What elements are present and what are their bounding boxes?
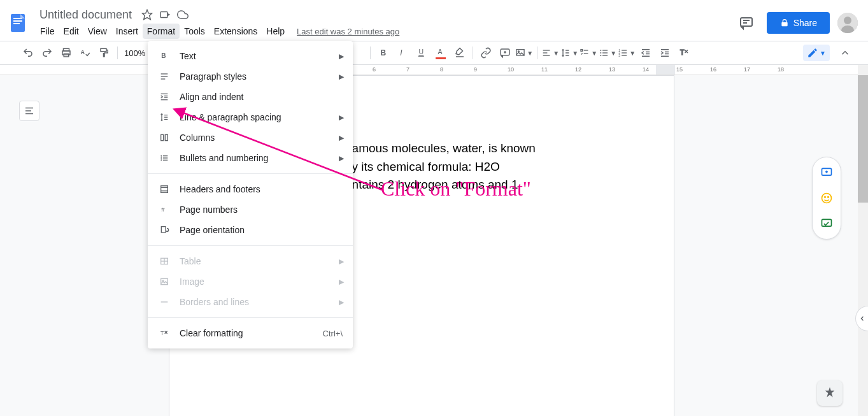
format-menu-bullets-and-numbering[interactable]: Bullets and numbering▶ [148,148,353,168]
menu-item-label: Clear formatting [180,328,243,338]
svg-point-72 [160,155,162,157]
ruler-mark: 13 [609,66,615,73]
ruler-mark: 11 [541,66,548,73]
menu-item-label: Line & paragraph spacing [180,112,281,122]
decrease-indent-icon[interactable] [637,45,655,61]
align-icon[interactable]: ▼ [541,45,559,61]
format-menu-page-numbers[interactable]: #Page numbers [148,199,353,220]
format-menu-clear-formatting[interactable]: TClear formattingCtrl+\ [148,323,353,343]
add-comment-icon[interactable] [496,45,514,61]
submenu-arrow-icon: ▶ [339,278,344,286]
bold-icon[interactable]: B [374,45,392,61]
menu-item-label: Paragraph styles [180,71,246,82]
format-menu-columns[interactable]: Columns▶ [148,127,353,148]
move-icon[interactable] [157,7,173,22]
svg-rect-5 [160,12,167,18]
menu-item-label: Borders and lines [180,297,249,307]
svg-point-74 [160,159,162,161]
menu-item-label: Bullets and numbering [180,153,268,163]
collapse-toolbar-icon[interactable] [836,45,854,61]
undo-icon[interactable] [19,45,37,61]
add-comment-side-icon[interactable] [816,162,837,183]
menu-divider [148,245,353,246]
format-menu-headers-and-footers[interactable]: Headers and footers [148,179,353,199]
account-avatar[interactable] [837,13,858,33]
format-menu-page-orientation[interactable]: Page orientation [148,220,353,240]
svg-rect-2 [13,20,22,22]
checklist-icon[interactable]: ▼ [580,45,597,61]
svg-rect-33 [602,50,608,50]
svg-marker-4 [143,10,152,20]
menu-file[interactable]: File [36,24,59,39]
format-menu-text[interactable]: BText▶ [148,46,353,66]
clear-formatting-icon[interactable]: T [675,45,693,61]
vertical-scrollbar[interactable] [858,65,868,416]
svg-point-60 [828,197,829,198]
editing-mode-button[interactable]: ▼ [803,45,830,61]
menu-help[interactable]: Help [262,24,289,39]
underline-icon[interactable]: U [413,45,430,61]
scrollbar-thumb[interactable] [858,75,868,203]
star-icon[interactable] [139,7,155,22]
svg-rect-6 [741,18,752,26]
side-actions [812,157,841,240]
svg-rect-27 [581,50,583,52]
svg-rect-34 [602,52,608,53]
svg-rect-86 [161,278,168,284]
menu-divider [148,317,353,318]
paint-format-icon[interactable] [96,45,113,61]
keyboard-shortcut: Ctrl+\ [323,329,343,338]
svg-text:A: A [81,49,85,55]
explore-button[interactable] [817,380,843,406]
clear-formatting-icon: T [158,327,171,340]
submenu-arrow-icon: ▶ [339,298,344,306]
ruler-mark: 7 [406,66,409,73]
print-icon[interactable] [57,45,75,61]
cloud-status-icon[interactable] [175,7,190,22]
menu-item-label: Table [180,256,201,266]
text-color-icon[interactable]: A [432,45,450,61]
format-menu-table: Table▶ [148,251,353,271]
redo-icon[interactable] [38,45,56,61]
menu-format[interactable]: Format [143,24,180,39]
svg-rect-78 [161,186,168,193]
format-dropdown-menu: BText▶Paragraph styles▶Align and indentL… [148,41,353,348]
menu-tools[interactable]: Tools [180,24,210,39]
svg-rect-77 [163,160,167,161]
menu-item-label: Align and indent [180,92,243,102]
menu-extensions[interactable]: Extensions [210,24,262,39]
add-emoji-icon[interactable] [816,188,837,208]
menu-view[interactable]: View [83,24,111,39]
outline-toggle-icon[interactable] [19,101,39,121]
increase-indent-icon[interactable] [656,45,674,61]
suggest-edits-icon[interactable] [816,213,837,234]
svg-rect-61 [822,219,832,226]
docs-logo[interactable] [5,10,31,36]
horizontal-ruler[interactable]: 6789101112131415161718 [0,65,868,75]
last-edit-link[interactable]: Last edit was 2 minutes ago [297,27,399,36]
highlight-color-icon[interactable] [451,45,469,61]
format-menu-line-paragraph-spacing[interactable]: Line & paragraph spacing▶ [148,107,353,127]
format-menu-paragraph-styles[interactable]: Paragraph styles▶ [148,66,353,87]
toolbar: A 100%▼ B I U A ▼ ▼ ▼ ▼ ▼ 123▼ T ▼ [0,41,868,65]
align-and-indent-icon [158,90,171,103]
insert-link-icon[interactable] [477,45,495,61]
numbered-list-icon[interactable]: 123▼ [618,45,636,61]
ruler-mark: 6 [373,66,376,73]
share-button[interactable]: Share [767,12,830,34]
menu-insert[interactable]: Insert [111,24,143,39]
comment-history-icon[interactable] [734,10,759,36]
menu-item-label: Columns [180,133,215,143]
line-spacing-icon[interactable]: ▼ [560,45,578,61]
svg-rect-76 [163,157,167,158]
bulleted-list-icon[interactable]: ▼ [599,45,616,61]
insert-image-icon[interactable]: ▼ [515,45,533,61]
paragraph-styles-icon [158,70,171,83]
document-title[interactable]: Untitled document [36,7,136,23]
svg-text:B: B [161,52,166,59]
format-menu-align-and-indent[interactable]: Align and indent [148,87,353,107]
menu-edit[interactable]: Edit [59,24,83,39]
header-bar: Untitled document File Edit View Insert … [0,0,868,41]
spellcheck-icon[interactable]: A [76,45,94,61]
italic-icon[interactable]: I [394,45,411,61]
